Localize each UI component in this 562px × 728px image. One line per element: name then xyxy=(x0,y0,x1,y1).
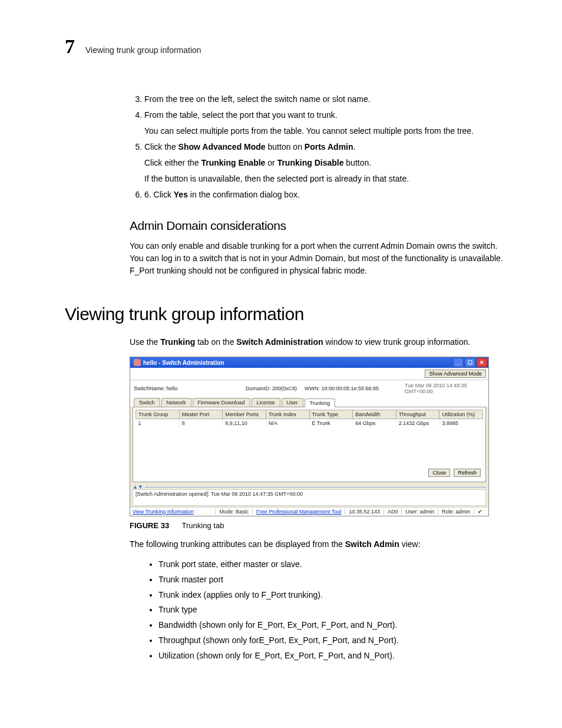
chapter-number: 7 xyxy=(65,35,75,58)
minimize-icon[interactable]: _ xyxy=(453,358,464,367)
cell-trunk-type: E Trunk xyxy=(309,419,353,428)
col-master-port[interactable]: Master Port xyxy=(179,410,223,419)
step-3-text: From the tree on the left, select the sw… xyxy=(144,94,371,104)
admin-domain-heading: Admin Domain considerations xyxy=(130,219,509,233)
procedure-steps: From the tree on the left, select the sw… xyxy=(65,93,509,201)
window-titlebar[interactable]: hello - Switch Administration _ ☐ ✕ xyxy=(130,357,488,368)
cell-trunk-group: 1 xyxy=(136,419,180,428)
list-item: Bandwidth (shown only for E_Port, Ex_Por… xyxy=(158,618,509,633)
admin-domain-para: You can only enable and disable trunking… xyxy=(130,240,509,277)
trunking-attributes-list: Trunk port state, either master or slave… xyxy=(144,558,509,663)
cell-trunk-index: N/A xyxy=(266,419,309,428)
show-advanced-mode-button[interactable]: Show Advanced Mode xyxy=(425,370,486,378)
log-panel: [Switch Administration opened]: Tue Mar … xyxy=(133,489,486,506)
list-item: Trunk port state, either master or slave… xyxy=(158,558,509,572)
figure-caption: FIGURE 33 Trunking tab xyxy=(130,521,509,530)
status-user: User: admin xyxy=(401,509,438,515)
tab-switch[interactable]: Switch xyxy=(134,398,160,407)
refresh-button[interactable]: Refresh xyxy=(454,469,481,477)
step-4: From the table, select the port that you… xyxy=(144,109,509,137)
close-icon[interactable]: ✕ xyxy=(477,358,487,367)
step-5-sub-b: If the button is unavailable, then the s… xyxy=(144,173,509,185)
status-bar: View Trunking Information Mode: Basic Fr… xyxy=(130,507,488,516)
domainid-label: DomainID: 200(0xC8) xyxy=(246,386,305,391)
attrs-intro: The following trunking attributes can be… xyxy=(130,538,509,551)
page-header: 7 Viewing trunk group information xyxy=(65,35,509,58)
splitter-handle[interactable]: ▲▼ xyxy=(133,486,486,488)
tab-trunking[interactable]: Trunking xyxy=(305,398,336,407)
col-bandwidth[interactable]: Bandwidth xyxy=(353,410,396,419)
col-trunk-type[interactable]: Trunk Type xyxy=(309,410,353,419)
section-heading: Viewing trunk group information xyxy=(65,304,509,324)
cell-master-port: 8 xyxy=(179,419,223,428)
status-ad: AD0 xyxy=(384,509,402,515)
list-item: Trunk index (applies only to F_Port trun… xyxy=(158,588,509,602)
list-item: Trunk type xyxy=(158,603,509,617)
step-5-sub-a: Click either the Trunking Enable or Trun… xyxy=(144,157,509,169)
figure-label: FIGURE 33 xyxy=(130,521,169,530)
tab-license[interactable]: License xyxy=(252,398,280,407)
status-ip: 10.35.52.143 xyxy=(345,509,384,515)
list-item: Utilization (shown only for E_Port, Ex_P… xyxy=(158,649,509,663)
log-line: [Switch Administration opened]: Tue Mar … xyxy=(135,491,303,497)
step-6-text: 6. Click Yes in the confirmation dialog … xyxy=(144,190,300,199)
wwn-label: WWN: 10:00:00:05:1e:55:66:85 xyxy=(305,386,405,391)
tab-body: Trunk Group Master Port Member Ports Tru… xyxy=(133,407,486,482)
figure-title: Trunking tab xyxy=(182,521,224,530)
list-item: Throughput (shown only forE_Port, Ex_Por… xyxy=(158,634,509,648)
step-4-sub: You can select multiple ports from the t… xyxy=(144,125,509,137)
cell-throughput: 2.1432 Gbps xyxy=(396,419,439,428)
splitter-arrows-icon: ▲▼ xyxy=(133,484,143,490)
list-item: Trunk master port xyxy=(158,573,509,587)
switch-admin-window: hello - Switch Administration _ ☐ ✕ Show… xyxy=(130,357,489,516)
step-4-text: From the table, select the port that you… xyxy=(144,110,338,120)
tab-user[interactable]: User xyxy=(282,398,303,407)
cell-utilization: 3.8985 xyxy=(439,419,483,428)
step-6: 6. Click Yes in the confirmation dialog … xyxy=(144,189,509,201)
col-throughput[interactable]: Throughput xyxy=(396,410,439,419)
table-row[interactable]: 1 8 8,9,11,10 N/A E Trunk 64 Gbps 2.1432… xyxy=(136,419,483,428)
close-button[interactable]: Close xyxy=(428,469,450,477)
trunking-table: Trunk Group Master Port Member Ports Tru… xyxy=(135,410,483,465)
switchname-label: SwitchName: hello xyxy=(134,386,246,391)
status-role: Role: admin xyxy=(438,509,474,515)
tab-network[interactable]: Network xyxy=(161,398,191,407)
step-5: Click the Show Advanced Mode button on P… xyxy=(144,141,509,185)
intro-para: Use the Trunking tab on the Switch Admin… xyxy=(130,336,509,348)
info-bar: SwitchName: hello DomainID: 200(0xC8) WW… xyxy=(130,380,488,396)
cell-bandwidth: 64 Gbps xyxy=(353,419,396,428)
app-icon xyxy=(134,359,141,366)
toolbar: Show Advanced Mode xyxy=(130,368,488,380)
step-5-text: Click the Show Advanced Mode button on P… xyxy=(144,142,355,151)
step-3: From the tree on the left, select the sw… xyxy=(144,93,509,106)
status-view-link[interactable]: View Trunking Information xyxy=(133,509,197,515)
cell-member-ports: 8,9,11,10 xyxy=(223,419,266,428)
col-trunk-index[interactable]: Trunk Index xyxy=(266,410,309,419)
timestamp-label: Tue Mar 09 2010 14:48:35 GMT+00:00 xyxy=(405,383,485,394)
window-title: hello - Switch Administration xyxy=(143,360,224,366)
status-tool-link[interactable]: Free Professional Management Tool xyxy=(252,509,345,515)
col-trunk-group[interactable]: Trunk Group xyxy=(136,410,180,419)
status-ok-icon: ✔ xyxy=(474,509,486,515)
col-member-ports[interactable]: Member Ports xyxy=(223,410,266,419)
tab-strip: Switch Network Firmware Download License… xyxy=(130,396,488,407)
running-header-title: Viewing trunk group information xyxy=(85,45,201,55)
col-utilization[interactable]: Utilization (%) xyxy=(439,410,483,419)
status-mode: Mode: Basic xyxy=(215,509,252,515)
tab-firmware-download[interactable]: Firmware Download xyxy=(193,398,250,407)
maximize-icon[interactable]: ☐ xyxy=(465,358,475,367)
